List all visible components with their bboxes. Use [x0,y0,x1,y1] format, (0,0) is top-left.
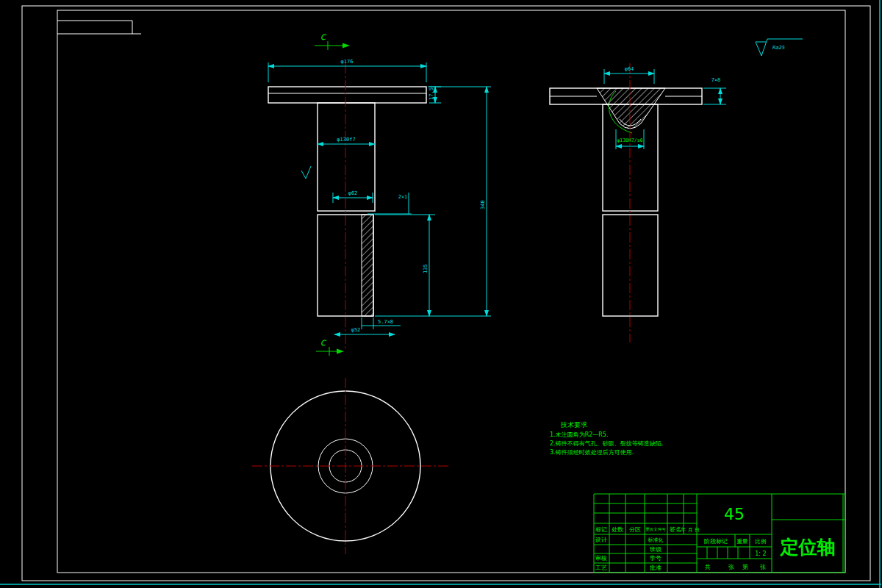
dim-bottom-diameter: φ52 [351,327,361,333]
cad-drawing-canvas: Ra25 C C φ176 17.5 340 [0,0,882,588]
tb-header-zone: 分区 [629,526,641,533]
tb-header-date: 年 月 日 [681,527,699,533]
tb-label-weight: 重量 [737,538,749,545]
tb-material: 45 [724,505,745,523]
dim-flange-thickness: 17.5 [429,87,434,100]
tb-part-name: 定位轴 [780,537,836,558]
dim-lower-height: 135 [423,264,429,273]
note-line: 2.铸件不得有气孔、砂眼、裂纹等铸造缺陷. [550,440,663,447]
dim-side-fit: φ130H7/s6 [617,137,642,143]
tb-sheet-total-label: 共 [705,564,711,570]
tb-label-design: 设计 [595,537,607,543]
tb-label-student-id: 学号 [650,555,662,562]
dim-groove: 2×1 [398,194,408,200]
tb-label-standardization: 标准化 [648,537,664,543]
section-hatch-strip [362,215,373,316]
dim-key-slot: 5.7×8 [378,319,393,325]
dim-stem-diameter: φ130f7 [337,137,355,143]
tb-header-mark: 标记 [595,526,607,533]
tb-label-stage-mark: 阶段标记 [704,538,728,545]
tb-scale-value: 1: 2 [755,551,766,557]
tb-label-class: 班级 [650,546,662,553]
surface-finish-value: Ra25 [772,45,785,51]
tb-label-check: 审核 [595,555,607,562]
tb-label-scale: 比例 [756,538,767,545]
dim-side-width: φ64 [625,66,634,72]
dim-overall-height: 340 [480,200,486,209]
tb-header-count: 处数 [612,526,623,533]
dim-side-chamfer: 7×8 [711,77,721,83]
tb-sheet-unit-label: 张 [728,564,734,570]
note-line: 3.铸件须经时效处理后方可使用. [550,449,634,456]
dim-top-width: φ176 [341,59,354,65]
tb-label-approve: 批准 [650,564,662,571]
tb-header-change-file: 更改文件号 [645,527,666,531]
tb-header-signature: 签名 [670,526,681,533]
tb-sheet-unit-label: 张 [760,564,766,570]
tb-sheet-no-label: 第 [742,564,748,570]
tb-label-process: 工艺 [595,564,607,571]
canvas-background [0,0,882,588]
note-line: 1.未注圆角为R2—R5. [550,431,608,438]
notes-heading: 技术要求 [560,421,587,429]
dim-bore-diameter: φ62 [348,190,358,196]
